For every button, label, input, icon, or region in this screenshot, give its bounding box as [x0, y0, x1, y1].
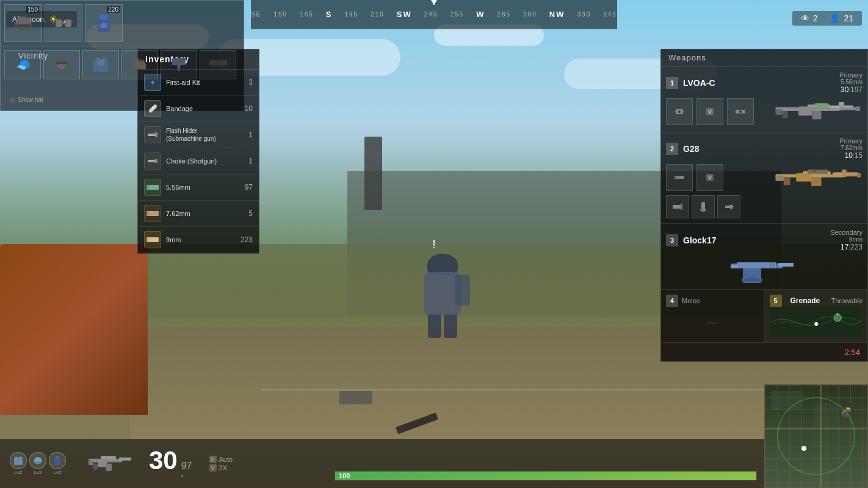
inventory-item-flashhider[interactable]: Flash Hider(Submachine gun) 1 [138, 122, 259, 148]
choke-icon [144, 152, 161, 170]
weapon-2-att-3[interactable] [666, 195, 689, 218]
inventory-panel: Inventory + First-aid Kit 3 🩹 Bandage 10 [137, 49, 259, 254]
weapon-1-att-2[interactable] [727, 98, 754, 125]
choke-name: Choke (Shotgun) [166, 157, 233, 165]
ammo762-svg [146, 208, 159, 219]
weapon-1-att-1[interactable] [666, 98, 693, 125]
svg-rect-57 [673, 205, 680, 209]
svg-rect-18 [71, 21, 73, 22]
ammo556-icon [144, 179, 161, 196]
inventory-item-762[interactable]: 7.62mm 5 [138, 201, 259, 227]
cloud-3 [434, 24, 544, 46]
pole [364, 137, 382, 210]
svg-rect-3 [154, 159, 157, 163]
vehicle [0, 244, 148, 415]
scope-icon-2 [733, 104, 748, 119]
weapon-2-att-4[interactable] [692, 195, 715, 218]
weapon-1-att-v[interactable]: V [696, 98, 723, 125]
backpack-slot[interactable]: 220 [85, 4, 123, 42]
scope-icon-1 [672, 104, 687, 119]
gloves-slot[interactable] [121, 50, 158, 79]
pants-icon [170, 56, 188, 74]
svg-rect-44 [675, 177, 678, 178]
svg-rect-1 [155, 132, 157, 137]
svg-rect-28 [675, 111, 676, 112]
svg-point-62 [729, 205, 733, 209]
ammo9mm-name: 9mm [166, 235, 233, 244]
svg-rect-8 [146, 212, 149, 215]
svg-rect-29 [682, 111, 684, 112]
v-scope-badge-2: V [706, 174, 714, 181]
flashlight-icon [671, 201, 684, 213]
flashhider-svg [146, 129, 159, 141]
svg-point-27 [678, 110, 681, 113]
gloves-icon [131, 56, 149, 74]
player-character [408, 254, 477, 439]
choke-svg [146, 155, 159, 167]
ammo9mm-count: 223 [238, 235, 253, 244]
svg-point-24 [57, 64, 66, 69]
svg-rect-17 [54, 21, 56, 22]
hat-slot[interactable]: 🧢 [4, 50, 41, 79]
helmet-count: 150 [26, 6, 39, 13]
ammo762-name: 7.62mm [166, 209, 233, 218]
show-hat-button[interactable]: ◇ Show hat [5, 94, 248, 106]
svg-rect-5 [146, 185, 149, 189]
ammo9mm-svg [146, 234, 159, 245]
weapon-2-att-v[interactable]: V [696, 164, 723, 191]
ammo762-count: 5 [238, 209, 253, 218]
flashhider-icon [144, 126, 161, 143]
face-icon [52, 56, 71, 74]
svg-rect-60 [700, 209, 706, 211]
ammo556-name: 5.56mm [166, 183, 233, 192]
barrel-icon [673, 171, 686, 184]
bandage-count: 10 [238, 104, 253, 113]
shoes-slot[interactable] [200, 50, 236, 79]
flashhider-name: Flash Hider(Submachine gun) [166, 127, 233, 143]
diamond-icon: ◇ [10, 96, 15, 103]
helmet-icon [12, 12, 34, 34]
ammo556-count: 97 [238, 183, 253, 192]
pants-slot[interactable] [161, 50, 197, 79]
grip-icon [697, 201, 709, 213]
svg-rect-15 [65, 20, 71, 27]
svg-rect-20 [99, 15, 108, 20]
weapon-2-att-5[interactable] [717, 195, 740, 218]
svg-rect-14 [56, 20, 62, 27]
show-hat-label: Show hat [18, 96, 43, 103]
svg-rect-16 [62, 23, 65, 24]
shoes-icon [208, 56, 228, 73]
cloud-4 [564, 59, 717, 89]
svg-point-31 [739, 110, 742, 113]
inventory-item-choke[interactable]: Choke (Shotgun) 1 [138, 148, 259, 174]
ammo556-svg [146, 182, 159, 193]
goggles-slot[interactable] [45, 4, 82, 42]
choke-count: 1 [238, 157, 253, 165]
backpack-icon [93, 12, 115, 34]
ammo762-icon [144, 205, 161, 222]
road [130, 327, 868, 449]
svg-rect-13 [16, 24, 31, 27]
backpack-count: 220 [107, 6, 120, 13]
weapon-2-att-1[interactable] [666, 164, 693, 191]
loot-box [339, 390, 374, 405]
ammo9mm-icon [144, 231, 161, 248]
firstaid-count: 3 [238, 78, 253, 87]
goggles-icon [52, 12, 74, 34]
vest-slot[interactable] [82, 50, 119, 79]
v-scope-badge: V [706, 108, 714, 115]
face-slot[interactable] [43, 50, 80, 79]
inventory-item-556[interactable]: 5.56mm 97 [138, 174, 259, 201]
svg-marker-58 [680, 203, 682, 210]
muzzle-icon [723, 201, 735, 213]
flashhider-count: 1 [238, 131, 253, 139]
svg-rect-25 [56, 62, 67, 64]
inventory-item-9mm[interactable]: 9mm 223 [138, 227, 259, 253]
helmet-slot[interactable]: 150 [4, 4, 42, 42]
svg-rect-10 [146, 238, 149, 242]
vest-icon [91, 55, 110, 74]
